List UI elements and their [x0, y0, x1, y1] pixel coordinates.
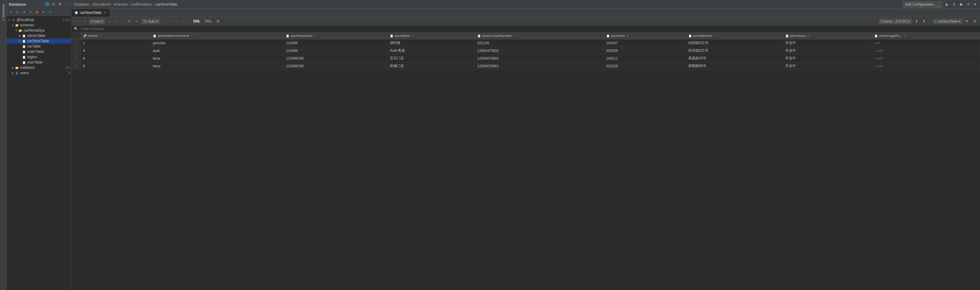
cell-storeadminusername[interactable]: bmw — [150, 55, 283, 62]
dropdown-top-icon[interactable]: ▼ — [973, 2, 978, 7]
tree-item-users[interactable]: 👤 users 4 — [6, 70, 71, 76]
tree-item-usertable[interactable]: 📋 userTable — [6, 60, 71, 65]
refresh-btn[interactable]: ↺ — [21, 10, 27, 15]
cell-storename[interactable]: Audi 奥迪 — [387, 47, 475, 55]
tree-item-admintable[interactable]: 📋 adminTable — [6, 33, 71, 38]
th-password[interactable]: 📋 storePassword ⬍ — [283, 32, 387, 39]
cell-storeaddress[interactable]: 风华路201号 — [686, 47, 783, 55]
th-area[interactable]: 📋 storeArea ⬍ — [603, 32, 686, 39]
cell-storeadminusername[interactable]: porsche — [150, 39, 283, 47]
apply-btn[interactable]: ✓ — [165, 18, 171, 24]
tree-item-cartable[interactable]: 📋 carTable — [6, 44, 71, 49]
cell-storeimagepa[interactable]: <null> — [872, 62, 980, 70]
nav-last-btn[interactable]: ⏭ — [115, 18, 120, 24]
vertical-tab-label[interactable]: 1: Database — [1, 1, 6, 23]
cell-storeid[interactable]: 1 — [80, 39, 150, 47]
settings-btn[interactable]: ⚙ — [972, 18, 978, 24]
schema-icon[interactable]: ⚙ — [215, 18, 221, 24]
download-btn[interactable]: ⬇ — [913, 18, 920, 24]
cell-storeid[interactable]: 8 — [80, 55, 150, 62]
th-address[interactable]: 📋 storeAddress ⬍ — [686, 32, 783, 39]
table-select[interactable]: ⊞ carStoreTable ▾ — [933, 19, 962, 24]
breadcrumb-carrentalsys[interactable]: carRentalSys — [131, 2, 152, 6]
tree-item-schemas[interactable]: 📁 schemas — [6, 22, 71, 28]
edit2-btn[interactable]: ✏ — [41, 10, 46, 15]
breadcrumb-carstoretable[interactable]: carStoreTable — [156, 2, 177, 6]
filter-input[interactable] — [80, 27, 978, 31]
refresh-data-btn[interactable]: ↺ — [126, 18, 132, 24]
pause-icon[interactable]: ⏸ — [951, 2, 956, 7]
cell-storepassword[interactable]: 123456 — [283, 39, 387, 47]
cell-storeaddress[interactable]: 凤凰路20号 — [686, 55, 783, 62]
rows-select[interactable]: 4 rows ▾ — [89, 19, 105, 24]
th-adminusername[interactable]: 📋 storeAdminUsername ⬍ — [150, 32, 283, 39]
run-icon[interactable]: ▶ — [945, 2, 949, 7]
cell-storearea[interactable]: 330205 — [603, 47, 686, 55]
cell-storearea[interactable]: 140107 — [603, 39, 686, 47]
breadcrumb-schemas[interactable]: schemas — [113, 2, 128, 6]
cell-storepassword[interactable]: 123456789 — [283, 62, 387, 70]
cell-storename[interactable]: 宝马门店 — [387, 55, 475, 62]
cell-storename[interactable]: 奔驰门店 — [387, 62, 475, 70]
cell-storeimagepa[interactable]: null — [872, 39, 980, 47]
cell-storeadminusername[interactable]: audi — [150, 47, 283, 55]
dml-btn[interactable]: DML — [203, 19, 213, 23]
cell-storeadminusername[interactable]: benz — [150, 62, 283, 70]
tab-close-btn[interactable]: ✕ — [103, 11, 107, 14]
copy-btn[interactable]: ⎘ — [15, 10, 20, 15]
view-btn[interactable]: 👁 — [964, 18, 970, 24]
th-contactnumber[interactable]: 📋 storeContactNumber ⬍ — [475, 32, 603, 39]
tab-carstoretable[interactable]: 📋 carStoreTable ✕ — [72, 9, 110, 17]
cell-storeaddress[interactable]: 向阳路201号 — [686, 39, 783, 47]
cell-storeid[interactable]: 9 — [80, 62, 150, 70]
split-icon[interactable]: ⇄ — [51, 2, 56, 6]
cell-storepassword[interactable]: 123456789 — [283, 55, 387, 62]
upload-btn[interactable]: ⬆ — [921, 18, 927, 24]
cell-storestatus[interactable]: 开业中 — [783, 62, 872, 70]
tree-item-collations[interactable]: 📁 collations 272 — [6, 65, 71, 70]
gear-icon[interactable]: ⚙ — [57, 2, 62, 6]
tree-item-carstoretable[interactable]: 📋 carStoreTable — [6, 38, 71, 44]
minus-icon[interactable]: − — [64, 2, 69, 6]
revert-btn[interactable]: ↩ — [173, 18, 179, 24]
th-storeid[interactable]: 🔑 storeId ⬍ — [80, 32, 150, 39]
filter-btn[interactable]: ▽ — [47, 10, 52, 15]
cell-storestatus[interactable]: 开业中 — [783, 47, 872, 55]
th-status[interactable]: 📋 storeStatus ⬍ — [783, 32, 872, 39]
stop-top-icon[interactable]: ⏹ — [959, 2, 963, 7]
cell-storeimagepa[interactable]: <null> — [872, 47, 980, 55]
world-icon[interactable]: 🌐 — [45, 2, 49, 6]
cell-storeid[interactable]: 4 — [80, 47, 150, 55]
tree-item-region[interactable]: 📋 region — [6, 54, 71, 60]
add-config-button[interactable]: Add Configuration... _ — [902, 1, 942, 8]
tree-item-ordertable[interactable]: 📋 orderTable — [6, 49, 71, 54]
csv-select[interactable]: Comma-...d (CSV) ▾ — [879, 19, 912, 24]
tree-item-localhost[interactable]: 🖥 @localhost 1 of 5 — [6, 17, 71, 22]
cell-storecontactnumber[interactable]: 12345678901 — [475, 62, 603, 70]
tx-select[interactable]: Tx: Auto ▾ — [141, 19, 159, 24]
nav-next-btn[interactable]: ▶ — [107, 18, 113, 24]
stop-btn[interactable]: ⏹ — [34, 10, 40, 15]
th-imagepath[interactable]: 📋 storeImagePa... ⬍ — [872, 32, 980, 39]
cell-storeaddress[interactable]: 邯郸路88号 — [686, 62, 783, 70]
edit-btn[interactable]: ✎ — [28, 10, 33, 15]
cell-storeimagepa[interactable]: <null> — [872, 55, 980, 62]
nav-first-btn[interactable]: ⏮ — [74, 18, 80, 24]
th-storename[interactable]: 📋 storeName ⬍ — [387, 32, 475, 39]
nav-prev-btn[interactable]: ◀ — [81, 18, 88, 24]
cell-storearea[interactable]: 310109 — [603, 62, 686, 70]
add-row-btn[interactable]: + — [134, 18, 140, 24]
ddl-btn[interactable]: DDL — [192, 19, 202, 23]
cancel-btn[interactable]: ⊗ — [181, 18, 186, 24]
add-btn[interactable]: + — [8, 10, 14, 15]
cell-storestatus[interactable]: 开业中 — [783, 55, 872, 62]
breadcrumb-database[interactable]: Database — [74, 2, 89, 6]
cell-storearea[interactable]: 140211 — [603, 55, 686, 62]
cell-storecontactnumber[interactable]: 621226 — [475, 39, 603, 47]
tree-item-carrentalsys[interactable]: 📂 carRentalSys — [6, 28, 71, 33]
cell-storecontactnumber[interactable]: 13362475922 — [475, 47, 603, 55]
cell-storecontactnumber[interactable]: 12345678901 — [475, 55, 603, 62]
cell-storepassword[interactable]: 123456 — [283, 47, 387, 55]
cell-storename[interactable]: 保时捷 — [387, 39, 475, 47]
breadcrumb-localhost[interactable]: @localhost — [92, 2, 110, 6]
